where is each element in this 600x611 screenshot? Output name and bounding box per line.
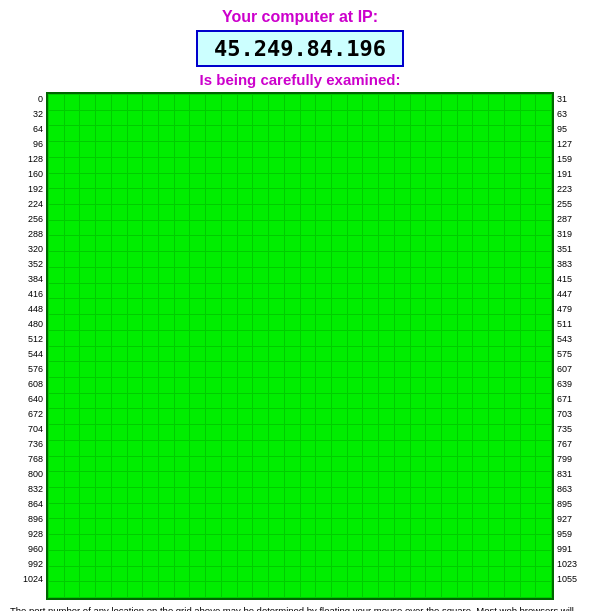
grid-cell[interactable] [348, 425, 363, 440]
grid-cell[interactable] [363, 535, 378, 550]
grid-cell[interactable] [426, 457, 441, 472]
grid-cell[interactable] [536, 409, 551, 424]
grid-cell[interactable] [143, 158, 158, 173]
grid-cell[interactable] [395, 126, 410, 141]
grid-cell[interactable] [80, 252, 95, 267]
grid-cell[interactable] [332, 315, 347, 330]
grid-cell[interactable] [458, 315, 473, 330]
grid-cell[interactable] [348, 236, 363, 251]
grid-cell[interactable] [458, 567, 473, 582]
grid-cell[interactable] [348, 221, 363, 236]
grid-cell[interactable] [332, 95, 347, 110]
grid-cell[interactable] [348, 111, 363, 126]
grid-cell[interactable] [96, 236, 111, 251]
grid-cell[interactable] [143, 95, 158, 110]
grid-cell[interactable] [175, 347, 190, 362]
grid-cell[interactable] [348, 441, 363, 456]
grid-cell[interactable] [442, 535, 457, 550]
grid-cell[interactable] [112, 425, 127, 440]
grid-cell[interactable] [65, 394, 80, 409]
grid-cell[interactable] [175, 362, 190, 377]
grid-cell[interactable] [112, 95, 127, 110]
grid-cell[interactable] [112, 331, 127, 346]
grid-cell[interactable] [379, 236, 394, 251]
grid-cell[interactable] [65, 221, 80, 236]
grid-cell[interactable] [159, 567, 174, 582]
grid-cell[interactable] [96, 174, 111, 189]
grid-cell[interactable] [222, 535, 237, 550]
grid-cell[interactable] [112, 268, 127, 283]
grid-cell[interactable] [505, 236, 520, 251]
grid-cell[interactable] [49, 315, 64, 330]
grid-cell[interactable] [426, 409, 441, 424]
grid-cell[interactable] [206, 111, 221, 126]
grid-cell[interactable] [96, 331, 111, 346]
grid-cell[interactable] [285, 504, 300, 519]
grid-cell[interactable] [128, 126, 143, 141]
grid-cell[interactable] [112, 582, 127, 597]
grid-cell[interactable] [49, 142, 64, 157]
grid-cell[interactable] [285, 331, 300, 346]
grid-cell[interactable] [285, 236, 300, 251]
grid-cell[interactable] [521, 158, 536, 173]
grid-cell[interactable] [175, 315, 190, 330]
grid-cell[interactable] [49, 205, 64, 220]
grid-cell[interactable] [175, 441, 190, 456]
grid-cell[interactable] [505, 284, 520, 299]
grid-cell[interactable] [65, 205, 80, 220]
grid-cell[interactable] [253, 189, 268, 204]
grid-cell[interactable] [442, 378, 457, 393]
grid-cell[interactable] [238, 488, 253, 503]
grid-cell[interactable] [458, 174, 473, 189]
grid-cell[interactable] [363, 362, 378, 377]
grid-cell[interactable] [285, 362, 300, 377]
grid-cell[interactable] [348, 457, 363, 472]
grid-cell[interactable] [301, 331, 316, 346]
grid-cell[interactable] [49, 472, 64, 487]
grid-cell[interactable] [222, 221, 237, 236]
grid-cell[interactable] [489, 472, 504, 487]
grid-cell[interactable] [442, 519, 457, 534]
grid-cell[interactable] [411, 252, 426, 267]
grid-cell[interactable] [301, 221, 316, 236]
grid-cell[interactable] [222, 472, 237, 487]
grid-cell[interactable] [238, 457, 253, 472]
grid-cell[interactable] [112, 551, 127, 566]
grid-cell[interactable] [505, 95, 520, 110]
grid-cell[interactable] [253, 441, 268, 456]
grid-cell[interactable] [159, 425, 174, 440]
grid-cell[interactable] [458, 551, 473, 566]
grid-cell[interactable] [363, 111, 378, 126]
grid-cell[interactable] [143, 221, 158, 236]
grid-cell[interactable] [521, 362, 536, 377]
grid-cell[interactable] [96, 535, 111, 550]
grid-cell[interactable] [80, 221, 95, 236]
grid-cell[interactable] [206, 519, 221, 534]
grid-cell[interactable] [143, 268, 158, 283]
grid-cell[interactable] [80, 347, 95, 362]
grid-cell[interactable] [316, 378, 331, 393]
grid-cell[interactable] [222, 126, 237, 141]
grid-cell[interactable] [426, 394, 441, 409]
grid-cell[interactable] [143, 425, 158, 440]
grid-cell[interactable] [473, 221, 488, 236]
grid-cell[interactable] [348, 284, 363, 299]
grid-cell[interactable] [316, 95, 331, 110]
grid-cell[interactable] [128, 189, 143, 204]
grid-cell[interactable] [348, 378, 363, 393]
grid-cell[interactable] [238, 174, 253, 189]
grid-cell[interactable] [411, 362, 426, 377]
grid-cell[interactable] [363, 284, 378, 299]
grid-cell[interactable] [143, 142, 158, 157]
grid-cell[interactable] [411, 551, 426, 566]
grid-cell[interactable] [473, 457, 488, 472]
grid-cell[interactable] [458, 268, 473, 283]
grid-cell[interactable] [363, 551, 378, 566]
grid-cell[interactable] [222, 457, 237, 472]
grid-cell[interactable] [96, 142, 111, 157]
grid-cell[interactable] [285, 189, 300, 204]
grid-cell[interactable] [458, 299, 473, 314]
grid-cell[interactable] [128, 457, 143, 472]
grid-cell[interactable] [49, 425, 64, 440]
grid-cell[interactable] [521, 142, 536, 157]
